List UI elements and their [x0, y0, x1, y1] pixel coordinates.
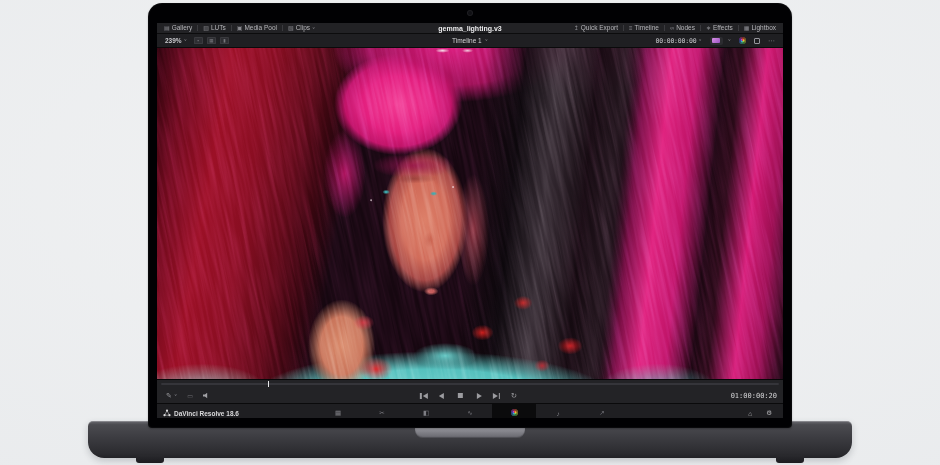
- lightbox-icon: ▦: [744, 25, 750, 31]
- clips-button[interactable]: ▧ Clips ∨: [285, 23, 318, 33]
- transport-left-tools: ✎ ∨ ▭: [163, 388, 213, 403]
- ellipsis-icon: ⋯: [768, 37, 775, 44]
- playhead-timecode: 01:00:00:20: [731, 392, 777, 400]
- marker-icon: ▭: [187, 393, 193, 399]
- davinci-resolve-window: ▤ Gallery ▥ LUTs ▣ Media Pool: [157, 23, 783, 418]
- expand-viewer-button[interactable]: [754, 38, 760, 44]
- timeline-view-button[interactable]: ≡ Timeline: [626, 23, 662, 33]
- chevron-down-icon: ∨: [698, 39, 701, 43]
- davinci-resolve-logo: [163, 409, 171, 417]
- media-pool-label: Media Pool: [244, 25, 277, 32]
- stop-icon: [457, 393, 462, 398]
- toolbar-divider: [231, 25, 232, 31]
- timeline-selector-label: Timeline 1: [452, 37, 482, 44]
- annotate-tool-button[interactable]: ✎ ∨: [163, 392, 180, 399]
- stop-button[interactable]: [454, 393, 465, 398]
- quick-export-icon: ↥: [574, 25, 579, 31]
- play-icon: [476, 393, 481, 399]
- timeline-selector[interactable]: Timeline 1 ∨: [449, 34, 491, 47]
- page-tab-edit[interactable]: ◧: [404, 404, 448, 418]
- chevron-down-icon: ∨: [485, 39, 488, 43]
- source-timecode-value: 00:00:00:00: [656, 37, 697, 45]
- skip-end-triangle: [492, 393, 497, 399]
- lightbox-button[interactable]: ▦ Lightbox: [741, 23, 779, 33]
- viewer-toolbar: 239% ∨ ▪ ▦ ▮ Timeline 1 ∨ 00:00:00:00 ∨: [157, 34, 783, 48]
- fairlight-page-icon: ♪: [556, 410, 559, 417]
- status-bar-right: ⌂ ⚙: [745, 404, 775, 418]
- viewer-tool-icon-1: ▪: [198, 38, 200, 43]
- playhead-marker[interactable]: [268, 381, 270, 387]
- project-manager-button[interactable]: ⌂: [745, 410, 755, 417]
- project-settings-button[interactable]: ⚙: [763, 409, 775, 417]
- play-reverse-icon: [438, 393, 443, 399]
- play-button[interactable]: [473, 393, 484, 399]
- viewer-toolbar-right: 00:00:00:00 ∨ ∨ ⋯: [653, 34, 778, 47]
- loop-button[interactable]: ↻: [508, 392, 520, 400]
- speaker-icon: [203, 393, 210, 399]
- luts-button[interactable]: ▥ LUTs: [200, 23, 228, 33]
- laptop-lid: ▤ Gallery ▥ LUTs ▣ Media Pool: [148, 3, 792, 428]
- quick-export-label: Quick Export: [581, 25, 618, 32]
- laptop-foot-left: [136, 455, 164, 463]
- home-icon: ⌂: [748, 410, 752, 417]
- play-reverse-button[interactable]: [435, 393, 446, 399]
- luts-label: LUTs: [211, 25, 226, 32]
- skip-to-end-button[interactable]: [492, 393, 500, 399]
- viewer-tool-button-1[interactable]: ▪: [194, 37, 203, 44]
- clips-label: Clips: [296, 25, 310, 32]
- color-page-icon: [511, 409, 518, 416]
- viewer-toolbar-left: 239% ∨ ▪ ▦ ▮: [162, 34, 229, 47]
- top-toolbar: ▤ Gallery ▥ LUTs ▣ Media Pool: [157, 23, 783, 34]
- page-tab-fusion[interactable]: ∿: [448, 404, 492, 418]
- gallery-label: Gallery: [172, 25, 193, 32]
- quick-export-button[interactable]: ↥ Quick Export: [571, 23, 621, 33]
- scrubber-track[interactable]: [161, 383, 779, 385]
- nodes-button[interactable]: ∞ Nodes: [667, 23, 698, 33]
- toolbar-divider: [664, 25, 665, 31]
- skip-to-start-button[interactable]: [420, 393, 428, 399]
- gallery-button[interactable]: ▤ Gallery: [161, 23, 195, 33]
- media-pool-button[interactable]: ▣ Media Pool: [234, 23, 280, 33]
- clips-icon: ▧: [288, 25, 294, 31]
- status-bar: DaVinci Resolve 18.6 ▦ ✂ ◧ ∿ ♪ ↗ ⌂ ⚙: [157, 403, 783, 418]
- chevron-down-icon: ∨: [174, 394, 177, 398]
- page-tab-deliver[interactable]: ↗: [580, 404, 624, 418]
- timeline-scrubber[interactable]: [157, 379, 783, 388]
- source-timecode-field[interactable]: 00:00:00:00 ∨: [653, 37, 705, 45]
- page-tab-media[interactable]: ▦: [316, 404, 360, 418]
- viewer-tool-button-3[interactable]: ▮: [220, 37, 229, 44]
- transport-controls: ↻: [420, 388, 520, 403]
- toolbar-divider: [738, 25, 739, 31]
- viewer-tool-button-2[interactable]: ▦: [207, 37, 216, 44]
- timeline-icon: ≡: [629, 25, 633, 31]
- skip-start-icon: [420, 393, 422, 399]
- fusion-page-icon: ∿: [467, 409, 472, 417]
- page-tab-cut[interactable]: ✂: [360, 404, 404, 418]
- image-wipe-icon: [712, 38, 720, 43]
- chevron-down-icon: ∨: [184, 39, 187, 43]
- media-page-icon: ▦: [335, 409, 341, 417]
- volume-button[interactable]: [200, 393, 213, 399]
- camera-dot: [468, 11, 472, 15]
- nodes-label: Nodes: [676, 25, 695, 32]
- media-pool-icon: ▣: [237, 25, 243, 31]
- viewer: [157, 48, 783, 379]
- effects-button[interactable]: ∗ Effects: [703, 23, 736, 33]
- pencil-icon: ✎: [166, 392, 172, 399]
- page-tab-fairlight[interactable]: ♪: [536, 404, 580, 418]
- page-tab-color[interactable]: [492, 404, 536, 418]
- image-wipe-button[interactable]: [710, 37, 723, 45]
- viewer-zoom-select[interactable]: 239% ∨: [162, 37, 190, 44]
- loop-icon: ↻: [511, 392, 517, 400]
- chevron-down-icon: ∨: [728, 39, 731, 43]
- viewer-tool-icon-3: ▮: [223, 38, 225, 43]
- toolbar-divider: [197, 25, 198, 31]
- viewer-options-button[interactable]: ⋯: [765, 37, 778, 44]
- lid-lift-notch: [415, 427, 525, 438]
- page-switcher: ▦ ✂ ◧ ∿ ♪ ↗: [316, 404, 624, 418]
- toolbar-divider: [282, 25, 283, 31]
- luts-icon: ▥: [203, 25, 209, 31]
- transport-right: 01:00:00:20: [731, 388, 777, 403]
- color-viewer-button[interactable]: [736, 37, 749, 44]
- marker-tool-button[interactable]: ▭: [184, 393, 196, 399]
